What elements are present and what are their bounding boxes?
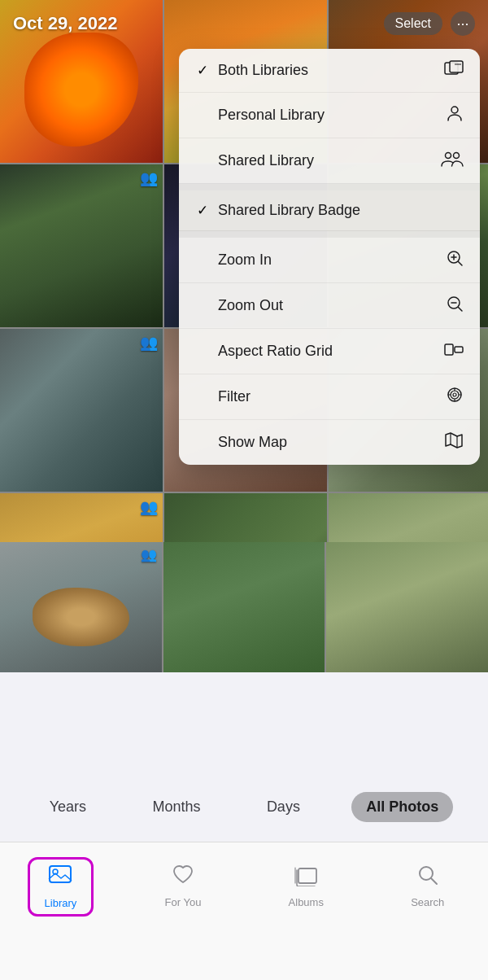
menu-item-zoom-in[interactable]: Zoom In xyxy=(179,238,480,283)
filter-icon xyxy=(446,386,464,408)
bottom-nav: Library For You Albums Search xyxy=(0,842,488,980)
menu-item-show-map[interactable]: Show Map xyxy=(179,420,480,465)
select-button[interactable]: Select xyxy=(384,12,442,35)
time-tabs: Years Months Days All Photos xyxy=(0,784,488,830)
shared-badge-4: 👥 xyxy=(140,169,158,187)
menu-divider-2 xyxy=(179,231,480,238)
bottom-photo-2[interactable] xyxy=(163,542,325,672)
menu-item-personal-library[interactable]: Personal Library xyxy=(179,93,480,138)
svg-rect-14 xyxy=(298,868,316,883)
tab-all-photos[interactable]: All Photos xyxy=(351,792,453,822)
personal-library-label: Personal Library xyxy=(218,107,325,124)
nav-for-you-label: For You xyxy=(165,896,202,908)
menu-item-filter[interactable]: Filter xyxy=(179,374,480,420)
more-button[interactable]: ··· xyxy=(451,11,475,36)
both-libraries-icon xyxy=(444,60,464,81)
svg-rect-12 xyxy=(50,866,71,882)
menu-item-aspect-ratio-grid[interactable]: Aspect Ratio Grid xyxy=(179,329,480,374)
show-map-label: Show Map xyxy=(218,434,287,451)
menu-item-shared-library-badge[interactable]: ✓ Shared Library Badge xyxy=(179,190,480,230)
shared-library-label: Shared Library xyxy=(218,152,314,169)
photo-7[interactable]: 👥 xyxy=(0,329,163,492)
header-actions: Select ··· xyxy=(384,11,475,36)
nav-library-label: Library xyxy=(45,897,77,909)
svg-point-10 xyxy=(451,391,459,399)
svg-rect-1 xyxy=(450,61,463,72)
nav-item-for-you[interactable]: For You xyxy=(149,857,218,915)
svg-point-4 xyxy=(454,153,460,159)
search-icon xyxy=(416,864,439,892)
bottom-photo-1[interactable]: 👥 xyxy=(0,542,162,672)
nav-item-search[interactable]: Search xyxy=(394,857,460,915)
svg-rect-8 xyxy=(455,347,463,352)
zoom-out-label: Zoom Out xyxy=(218,297,283,314)
svg-point-3 xyxy=(446,153,451,159)
nav-item-library[interactable]: Library xyxy=(28,857,94,917)
shared-badge-10: 👥 xyxy=(140,498,158,516)
nav-item-albums[interactable]: Albums xyxy=(272,857,340,915)
checkmark-both-libraries: ✓ xyxy=(195,62,210,79)
nav-albums-label: Albums xyxy=(289,896,324,908)
shared-badge-7: 👥 xyxy=(140,334,158,352)
menu-divider-1 xyxy=(179,184,480,190)
albums-icon xyxy=(294,864,318,892)
photo-4[interactable]: 👥 xyxy=(0,164,163,327)
checkmark-badge: ✓ xyxy=(195,202,210,219)
zoom-in-label: Zoom In xyxy=(218,252,272,269)
zoom-in-icon xyxy=(446,249,464,271)
svg-point-2 xyxy=(451,107,458,113)
menu-item-shared-library[interactable]: Shared Library xyxy=(179,138,480,183)
tab-months[interactable]: Months xyxy=(137,792,215,822)
library-icon xyxy=(48,864,72,893)
show-map-icon xyxy=(444,431,464,453)
aspect-ratio-label: Aspect Ratio Grid xyxy=(218,343,333,360)
shared-badge-bp1: 👥 xyxy=(141,547,157,562)
tab-days[interactable]: Days xyxy=(252,792,315,822)
more-icon: ··· xyxy=(456,15,468,33)
svg-rect-7 xyxy=(445,344,453,355)
nav-search-label: Search xyxy=(411,896,444,908)
svg-point-11 xyxy=(453,393,456,396)
menu-section-badge: ✓ Shared Library Badge xyxy=(179,190,480,231)
dropdown-menu: ✓ Both Libraries Personal Library xyxy=(179,49,480,465)
header-date: Oct 29, 2022 xyxy=(13,13,117,34)
both-libraries-label: Both Libraries xyxy=(218,62,308,79)
bottom-photos-row: 👥 xyxy=(0,542,488,672)
menu-section-library: ✓ Both Libraries Personal Library xyxy=(179,49,480,184)
tab-years[interactable]: Years xyxy=(35,792,101,822)
shared-library-badge-label: Shared Library Badge xyxy=(218,202,360,219)
menu-item-zoom-out[interactable]: Zoom Out xyxy=(179,283,480,329)
shared-library-icon xyxy=(441,150,464,172)
menu-section-view: Zoom In Zoom Out xyxy=(179,238,480,465)
menu-item-both-libraries[interactable]: ✓ Both Libraries xyxy=(179,49,480,93)
aspect-ratio-icon xyxy=(444,340,464,362)
bottom-photo-3[interactable] xyxy=(326,542,488,672)
filter-label: Filter xyxy=(218,388,251,405)
zoom-out-icon xyxy=(446,295,464,317)
header-bar: Oct 29, 2022 Select ··· xyxy=(0,11,488,36)
for-you-icon xyxy=(171,864,195,892)
personal-library-icon xyxy=(446,104,464,126)
